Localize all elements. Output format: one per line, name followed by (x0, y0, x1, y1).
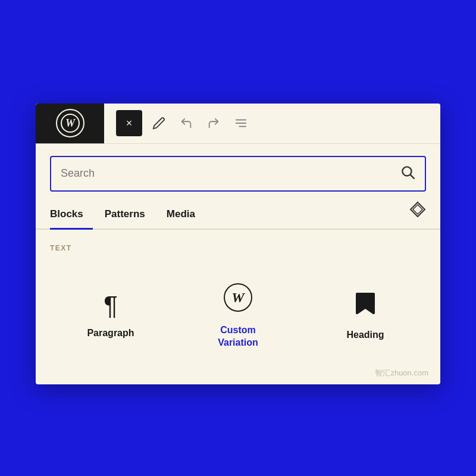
search-input[interactable] (61, 167, 400, 180)
svg-text:W: W (231, 290, 245, 305)
tabs-bar: Blocks Patterns Media (36, 201, 440, 230)
close-icon: × (126, 117, 133, 130)
category-label: TEXT (36, 230, 440, 257)
block-label-custom-variation: CustomVariation (218, 324, 258, 349)
svg-text:W: W (65, 117, 76, 129)
block-item-custom-variation[interactable]: W CustomVariation (177, 269, 299, 361)
tab-patterns[interactable]: Patterns (105, 201, 155, 228)
custom-variation-icon: W (224, 283, 252, 316)
search-box (50, 156, 426, 192)
paragraph-icon: ¶ (104, 293, 118, 319)
svg-line-6 (411, 175, 414, 178)
toolbar-actions: × (104, 110, 440, 136)
block-item-paragraph[interactable]: ¶ Paragraph (50, 269, 171, 361)
close-button[interactable]: × (116, 110, 142, 136)
wp-logo: W (56, 109, 84, 137)
blocks-grid: ¶ Paragraph W CustomVariation Heading (36, 257, 440, 385)
search-icon[interactable] (400, 164, 415, 183)
editor-panel: W × (36, 104, 440, 385)
watermark: 智汇zhuon.com (375, 368, 428, 378)
undo-button[interactable] (176, 112, 197, 134)
wp-logo-area: W (36, 104, 104, 144)
tab-blocks[interactable]: Blocks (50, 201, 93, 228)
openverse-button[interactable] (409, 201, 426, 221)
tab-media[interactable]: Media (167, 201, 205, 228)
menu-button[interactable] (230, 112, 252, 134)
toolbar: W × (36, 104, 440, 144)
heading-icon (352, 290, 378, 321)
block-label-heading: Heading (346, 329, 384, 342)
search-area (36, 144, 440, 192)
edit-button[interactable] (148, 112, 170, 134)
redo-button[interactable] (203, 112, 224, 134)
block-label-paragraph: Paragraph (87, 327, 134, 340)
block-item-heading[interactable]: Heading (305, 269, 426, 361)
